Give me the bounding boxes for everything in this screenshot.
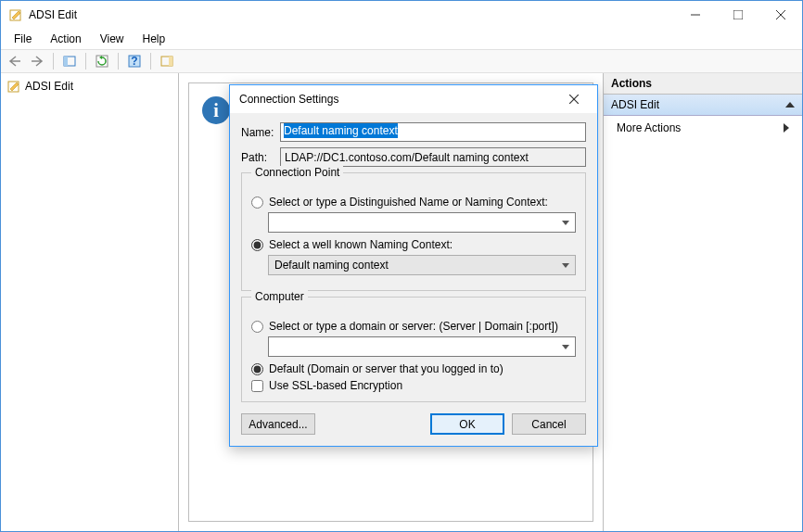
menu-file[interactable]: File [6,31,39,47]
toolbar-separator [53,53,54,70]
chevron-down-icon [562,221,569,225]
dialog-close-button[interactable] [560,85,588,113]
server-combo[interactable] [268,336,576,357]
menu-help[interactable]: Help [135,31,173,47]
toolbar: ? [1,49,802,73]
ok-button[interactable]: OK [430,413,504,435]
chevron-down-icon [562,263,569,268]
back-button[interactable] [5,51,25,71]
dn-combo[interactable] [268,212,576,233]
server-radio[interactable] [251,321,263,333]
action-pane-button[interactable] [157,51,177,71]
actions-header: Actions [604,73,802,95]
ssl-checkbox[interactable] [251,380,263,392]
forward-button[interactable] [27,51,47,71]
name-label: Name: [241,126,280,139]
collapse-icon [785,102,795,108]
computer-fieldset: Computer Select or type a domain or serv… [241,297,586,402]
well-known-combo[interactable]: Default naming context [268,255,576,275]
tree-pane: ADSI Edit [1,73,179,531]
svg-text:?: ? [131,55,137,68]
toolbar-separator [118,53,119,70]
path-input [280,147,586,167]
advanced-button[interactable]: Advanced... [241,413,315,435]
menu-view[interactable]: View [93,31,132,47]
window-title: ADSI Edit [29,8,77,21]
well-known-combo-value: Default naming context [274,259,389,272]
dn-radio-label: Select or type a Distinguished Name or N… [269,196,548,209]
toolbar-separator [150,53,151,70]
well-known-radio[interactable] [251,239,263,251]
dn-radio[interactable] [251,196,263,209]
action-more-actions[interactable]: More Actions [604,116,802,140]
refresh-button[interactable] [92,51,112,71]
show-hide-tree-button[interactable] [59,51,80,71]
cancel-button[interactable]: Cancel [512,413,586,435]
submenu-icon [784,123,789,133]
connection-point-fieldset: Connection Point Select or type a Distin… [241,172,586,291]
chevron-down-icon [562,345,569,349]
dialog-title: Connection Settings [239,93,338,106]
adsi-edit-root-icon [6,79,21,94]
actions-pane: Actions ADSI Edit More Actions [604,73,802,531]
actions-group-adsi-edit[interactable]: ADSI Edit [604,95,802,116]
info-icon: i [202,96,230,124]
well-known-radio-label: Select a well known Naming Context: [269,238,452,251]
help-button[interactable]: ? [124,51,145,71]
tree-item-label: ADSI Edit [25,80,73,93]
connection-settings-dialog: Connection Settings Name: Default naming… [229,84,598,447]
default-computer-radio[interactable] [251,363,263,375]
ssl-checkbox-label: Use SSL-based Encryption [269,379,402,392]
menu-bar: File Action View Help [1,29,802,49]
default-computer-radio-label: Default (Domain or server that you logge… [269,362,503,375]
title-bar: ADSI Edit [1,1,802,29]
svg-rect-2 [733,10,743,19]
menu-action[interactable]: Action [43,31,88,47]
name-input-value: Default naming context [284,123,398,138]
toolbar-separator [85,53,86,70]
server-radio-label: Select or type a domain or server: (Serv… [269,320,558,333]
path-label: Path: [241,151,280,164]
app-icon [8,7,23,22]
actions-group-label: ADSI Edit [611,98,659,111]
tree-item-root[interactable]: ADSI Edit [5,77,174,95]
connection-point-legend: Connection Point [251,166,343,179]
name-input[interactable]: Default naming context [280,122,586,142]
close-button[interactable] [759,1,802,29]
svg-rect-11 [169,57,172,66]
minimize-button[interactable] [674,1,717,29]
computer-legend: Computer [251,290,308,303]
svg-rect-6 [64,57,68,66]
action-item-label: More Actions [617,121,681,134]
maximize-button[interactable] [717,1,759,29]
